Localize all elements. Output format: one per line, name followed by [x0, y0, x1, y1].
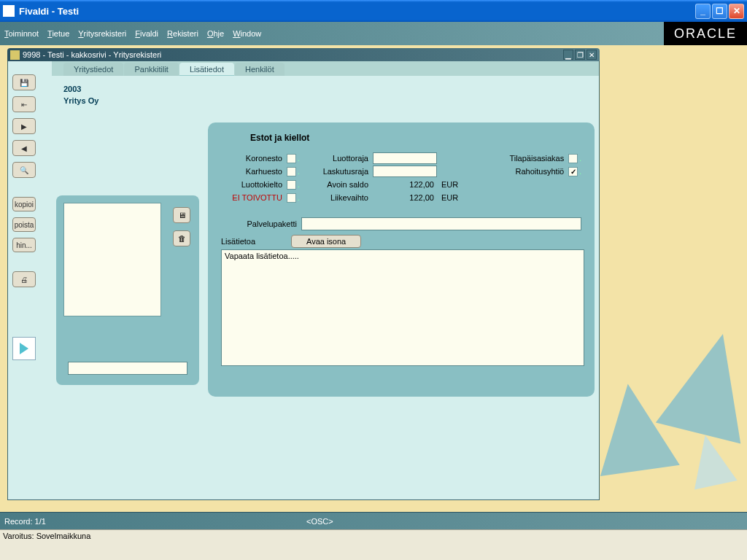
- liikevaihto-label: Liikevaihto: [316, 193, 373, 202]
- statusbar: Record: 1/1 <OSC>: [0, 512, 747, 529]
- hin-button[interactable]: hin...: [12, 238, 36, 252]
- prev-icon[interactable]: ◀: [12, 140, 36, 156]
- koronesto-label: Koronesto: [221, 154, 287, 163]
- main-area: Yritystiedot Pankkitilit Lisätiedot Henk…: [52, 61, 599, 499]
- tab-content: 2003 Yritys Oy: [52, 76, 599, 114]
- kopioi-button[interactable]: kopioi: [12, 197, 36, 211]
- avoinsaldo-value: 122,00: [373, 180, 437, 189]
- menu-window[interactable]: Window: [233, 29, 261, 38]
- workspace: 9998 - Testi - kakkosrivi - Yritysrekist…: [0, 45, 747, 544]
- avoinsaldo-label: Avoin saldo: [316, 180, 373, 189]
- footer: Varoitus: Sovelmaikkuna: [0, 529, 747, 544]
- mdi-title-text: 9998 - Testi - kakkosrivi - Yritysrekist…: [23, 50, 562, 59]
- mdi-window: 9998 - Testi - kakkosrivi - Yritysrekist…: [7, 48, 600, 500]
- luottoraja-label: Luottoraja: [316, 154, 373, 163]
- side-input[interactable]: [68, 362, 187, 375]
- status-record: Record: 1/1: [4, 517, 46, 526]
- tab-yritystiedot[interactable]: Yritystiedot: [63, 63, 123, 76]
- liikevaihto-value: 122,00: [373, 193, 437, 202]
- palvelupaketti-label: Palvelupaketti: [221, 219, 301, 228]
- poista-button[interactable]: poista: [12, 217, 36, 232]
- year-label: 2003: [63, 85, 587, 93]
- decor-triangles: [594, 311, 747, 478]
- screen-icon[interactable]: 🖥: [173, 207, 190, 223]
- mdi-icon: [10, 50, 20, 60]
- palvelupaketti-input[interactable]: [301, 217, 581, 230]
- status-osc: <OSC>: [306, 517, 333, 526]
- maximize-button[interactable]: ☐: [712, 4, 727, 19]
- tilapais-checkbox[interactable]: [568, 154, 578, 163]
- koronesto-checkbox[interactable]: [287, 154, 296, 163]
- print-icon[interactable]: 🖨: [12, 271, 36, 287]
- menu-fivaldi[interactable]: Fivaldi: [135, 29, 158, 38]
- avoinsaldo-cur: EUR: [441, 180, 458, 189]
- luottokielto-label: Luottokielto: [221, 180, 287, 189]
- menu-yritysrekisteri[interactable]: Yritysrekisteri: [78, 29, 126, 38]
- tab-strip: Yritystiedot Pankkitilit Lisätiedot Henk…: [52, 61, 599, 76]
- close-button[interactable]: ✕: [729, 4, 744, 19]
- panel-title: Estot ja kiellot: [250, 133, 581, 143]
- tab-lisatiedot[interactable]: Lisätiedot: [179, 63, 234, 76]
- side-panel: 🖥 🗑: [56, 195, 199, 385]
- footer-msg: Varoitus: Sovelmaikkuna: [3, 532, 90, 540]
- rahoitus-checkbox[interactable]: [568, 167, 578, 176]
- app-icon: [3, 5, 15, 17]
- menubar: Toiminnot Tietue Yritysrekisteri Fivaldi…: [0, 22, 747, 45]
- save-icon[interactable]: 💾: [12, 74, 36, 90]
- menu-ohje[interactable]: Ohje: [207, 29, 224, 38]
- luottoraja-input[interactable]: [373, 152, 437, 164]
- luottokielto-checkbox[interactable]: [287, 180, 296, 190]
- menu-tietue[interactable]: Tietue: [47, 29, 69, 38]
- karhuesto-label: Karhuesto: [221, 167, 287, 176]
- estot-panel: Estot ja kiellot Koronesto. Luottoraja T…: [208, 122, 595, 397]
- tab-henkilot[interactable]: Henkilöt: [235, 63, 285, 76]
- exit-icon[interactable]: ⇤: [12, 96, 36, 112]
- search-icon[interactable]: 🔍: [12, 162, 36, 178]
- avaa-isona-button[interactable]: Avaa isona: [291, 235, 361, 248]
- menu-toiminnot[interactable]: Toiminnot: [4, 29, 39, 38]
- mdi-minimize-button[interactable]: ▁: [563, 50, 573, 60]
- oracle-logo: ORACLE: [664, 22, 747, 45]
- tab-pankkitilit[interactable]: Pankkitilit: [124, 63, 178, 76]
- lisatietoa-label: Lisätietoa: [221, 237, 262, 246]
- next-icon[interactable]: ▶: [12, 118, 36, 134]
- laskutusraja-input[interactable]: [373, 166, 437, 177]
- window-title: Fivaldi - Testi: [19, 6, 694, 17]
- company-label: Yritys Oy: [63, 96, 587, 105]
- mdi-titlebar: 9998 - Testi - kakkosrivi - Yritysrekist…: [7, 48, 600, 61]
- tilapais-label: Tilapäisasiakas: [509, 154, 568, 163]
- menu-rekisteri[interactable]: Rekisteri: [167, 29, 198, 38]
- trash-icon[interactable]: 🗑: [173, 230, 190, 246]
- laskutusraja-label: Laskutusraja: [316, 167, 373, 176]
- eitoivottu-checkbox[interactable]: [287, 193, 296, 203]
- mdi-body: 💾 ⇤ ▶ ◀ 🔍 kopioi poista hin... 🖨 Yrityst…: [7, 61, 600, 500]
- minimize-button[interactable]: _: [695, 4, 711, 19]
- eitoivottu-label: EI TOIVOTTU: [221, 193, 287, 202]
- rahoitus-label: Rahoitusyhtiö: [516, 167, 569, 176]
- mdi-restore-button[interactable]: ❐: [575, 50, 585, 60]
- side-listbox[interactable]: [63, 203, 161, 316]
- karhuesto-checkbox[interactable]: [287, 167, 296, 176]
- vertical-toolbar: 💾 ⇤ ▶ ◀ 🔍 kopioi poista hin... 🖨: [12, 74, 42, 360]
- liikevaihto-cur: EUR: [441, 193, 458, 202]
- lisatietoa-textarea[interactable]: Vapaata lisätietoa.....: [221, 249, 584, 366]
- app-logo-icon: [12, 337, 36, 360]
- mdi-close-button[interactable]: ✕: [587, 50, 597, 60]
- window-titlebar: Fivaldi - Testi _ ☐ ✕: [0, 0, 747, 22]
